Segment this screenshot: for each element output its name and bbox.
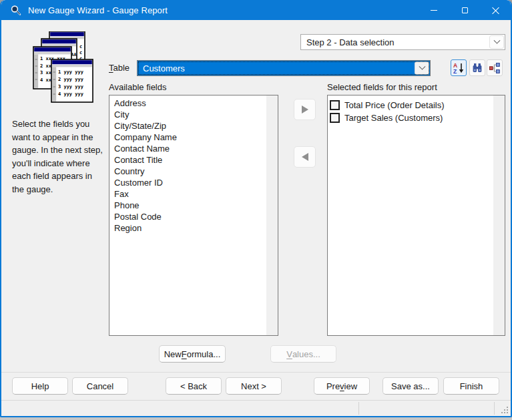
available-field-item[interactable]: City/State/Zip xyxy=(109,120,266,132)
table-combobox-value: Customers xyxy=(143,63,185,73)
chevron-down-icon[interactable] xyxy=(489,35,504,49)
table-label: Table xyxy=(109,60,130,76)
selected-scrollbar-track[interactable] xyxy=(493,95,505,335)
svg-text:1 yyy yyy: 1 yyy yyy xyxy=(58,69,84,75)
remove-field-button[interactable] xyxy=(294,146,316,168)
close-button[interactable] xyxy=(480,0,511,20)
status-bar xyxy=(1,400,511,416)
available-field-item[interactable]: Customer ID xyxy=(109,177,266,188)
minimize-button[interactable] xyxy=(419,0,449,20)
available-field-item[interactable]: Company Name xyxy=(109,132,266,143)
save-as-button[interactable]: Save as... xyxy=(382,377,439,395)
preview-button[interactable]: Preview xyxy=(314,377,370,395)
status-divider xyxy=(494,402,495,415)
table-combobox[interactable]: Customers xyxy=(137,60,431,76)
selected-fields-list[interactable]: Total Price (Order Details) Target Sales… xyxy=(327,95,505,336)
cancel-button[interactable]: Cancel xyxy=(72,377,128,395)
available-field-item[interactable]: Contact Name xyxy=(109,143,266,154)
titlebar[interactable]: New Gauge Wizard - Gauge Report xyxy=(1,0,511,20)
available-scrollbar-track[interactable] xyxy=(266,95,278,335)
find-field-button[interactable] xyxy=(469,59,485,76)
sort-az-icon: A Z xyxy=(453,62,465,74)
wizard-tables-graphic: c c c AA AA xyxy=(27,31,95,103)
available-fields-list[interactable]: Address City City/State/Zip Company Name… xyxy=(109,95,278,336)
selected-fields-label: Selected fields for this report xyxy=(327,82,437,92)
window-title: New Gauge Wizard - Gauge Report xyxy=(28,5,168,15)
step-selector-combobox[interactable]: Step 2 - Data selection xyxy=(300,34,505,50)
back-button[interactable]: < Back xyxy=(166,377,222,395)
selected-fields-items: Total Price (Order Details) Target Sales… xyxy=(328,95,493,335)
new-formula-button[interactable]: New Formula... xyxy=(159,345,226,363)
client-area: Step 2 - Data selection c c c xyxy=(1,20,511,416)
status-divider xyxy=(358,402,359,415)
svg-text:c: c xyxy=(79,44,82,49)
checkbox-icon[interactable] xyxy=(330,100,340,110)
binoculars-icon xyxy=(471,62,483,74)
available-fields-label: Available fields xyxy=(109,82,166,92)
smart-linking-button[interactable] xyxy=(487,59,503,76)
sidebar-description: Select the fields you want to appear in … xyxy=(12,118,105,196)
available-field-item[interactable]: Country xyxy=(109,166,266,177)
selected-field-label: Total Price (Order Details) xyxy=(344,100,445,110)
magnifier-icon xyxy=(10,5,21,16)
separator-line xyxy=(1,372,511,373)
maximize-button[interactable] xyxy=(449,0,480,20)
available-field-item[interactable]: Contact Title xyxy=(109,154,266,166)
wizard-window: New Gauge Wizard - Gauge Report Step 2 -… xyxy=(0,0,512,417)
add-field-button[interactable] xyxy=(294,99,316,120)
values-button[interactable]: Values... xyxy=(270,345,336,363)
svg-text:3 yyy yyy: 3 yyy yyy xyxy=(58,84,84,89)
available-field-item[interactable]: Postal Code xyxy=(109,211,266,222)
close-icon xyxy=(492,7,499,14)
selected-field-item[interactable]: Target Sales (Customers) xyxy=(328,112,493,124)
svg-text:c: c xyxy=(79,50,82,55)
svg-text:Z: Z xyxy=(453,68,457,74)
chevron-down-icon[interactable] xyxy=(415,61,429,75)
available-fields-items: Address City City/State/Zip Company Name… xyxy=(109,95,266,335)
checkbox-icon[interactable] xyxy=(330,113,340,123)
next-button[interactable]: Next > xyxy=(226,377,282,395)
selected-field-label: Target Sales (Customers) xyxy=(344,113,443,123)
available-field-item[interactable]: Address xyxy=(109,97,266,109)
available-field-item[interactable]: Phone xyxy=(109,200,266,211)
finish-button[interactable]: Finish xyxy=(443,377,499,395)
minimize-icon xyxy=(431,10,437,11)
arrow-left-icon xyxy=(302,153,308,161)
selected-field-item[interactable]: Total Price (Order Details) xyxy=(328,99,493,112)
maximize-icon xyxy=(462,7,468,13)
step-selector-value: Step 2 - Data selection xyxy=(306,37,395,47)
help-button[interactable]: Help xyxy=(12,377,68,395)
available-field-item[interactable]: City xyxy=(109,109,266,120)
available-field-item[interactable]: Fax xyxy=(109,188,266,200)
svg-text:4 yyy yyy: 4 yyy yyy xyxy=(58,91,84,97)
svg-text:2 yyy yyy: 2 yyy yyy xyxy=(58,77,84,82)
sort-fields-button[interactable]: A Z xyxy=(451,59,467,76)
mini-table-window: 1 yyy yyy 2 yyy yyy 3 yyy yyy 4 yyy yyy xyxy=(51,59,93,102)
available-field-item[interactable]: Region xyxy=(109,222,266,234)
caption-controls xyxy=(419,0,511,20)
resize-grip-icon[interactable] xyxy=(501,406,509,414)
arrow-right-icon xyxy=(302,106,308,114)
table-links-icon xyxy=(489,62,501,74)
